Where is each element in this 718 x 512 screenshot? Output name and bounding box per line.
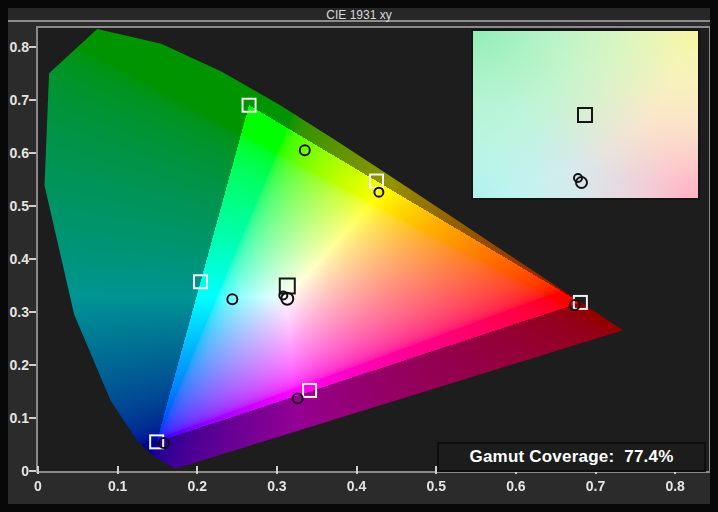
y-tick	[29, 470, 36, 472]
y-tick	[29, 152, 36, 154]
y-tick	[29, 46, 36, 48]
x-tick	[276, 466, 278, 474]
y-tick	[29, 205, 36, 207]
x-tick-label: 0.5	[414, 478, 458, 494]
inset-white-point-target-square	[577, 107, 593, 123]
x-tick-label: 0	[16, 478, 60, 494]
y-tick-label: 0.7	[5, 91, 29, 109]
title-bar: CIE 1931 xy	[8, 8, 710, 22]
y-tick-label: 0.6	[5, 144, 29, 162]
y-tick	[29, 364, 36, 366]
app-window: CIE 1931 xy 00.10.20.30.40.50.60.70.8 00…	[0, 0, 718, 512]
y-tick	[29, 417, 36, 419]
y-tick	[29, 311, 36, 313]
x-tick-label: 0.6	[494, 478, 538, 494]
x-tick	[196, 466, 198, 474]
x-tick-label: 0.3	[255, 478, 299, 494]
y-tick-label: 0.4	[5, 250, 29, 268]
gamut-coverage-label: Gamut Coverage:	[470, 447, 615, 467]
y-tick	[29, 258, 36, 260]
y-tick-label: 0.5	[5, 197, 29, 215]
x-tick	[37, 466, 39, 474]
x-tick	[356, 466, 358, 474]
y-tick-label: 0.8	[5, 38, 29, 56]
x-tick-label: 0.7	[574, 478, 618, 494]
x-tick	[117, 466, 119, 474]
gamut-coverage-badge: Gamut Coverage: 77.4%	[437, 442, 706, 472]
inset-white-point-measured-circle	[573, 173, 583, 183]
x-tick-label: 0.1	[96, 478, 140, 494]
white-point-zoom-inset	[471, 29, 700, 200]
x-tick-label: 0.8	[653, 478, 697, 494]
y-tick-label: 0.2	[5, 356, 29, 374]
gamut-coverage-value: 77.4%	[624, 447, 673, 467]
y-tick	[29, 99, 36, 101]
page-title: CIE 1931 xy	[326, 8, 391, 22]
y-tick-label: 0	[5, 462, 29, 480]
y-tick-label: 0.1	[5, 409, 29, 427]
y-tick-label: 0.3	[5, 303, 29, 321]
x-tick-label: 0.4	[335, 478, 379, 494]
x-tick-label: 0.2	[175, 478, 219, 494]
